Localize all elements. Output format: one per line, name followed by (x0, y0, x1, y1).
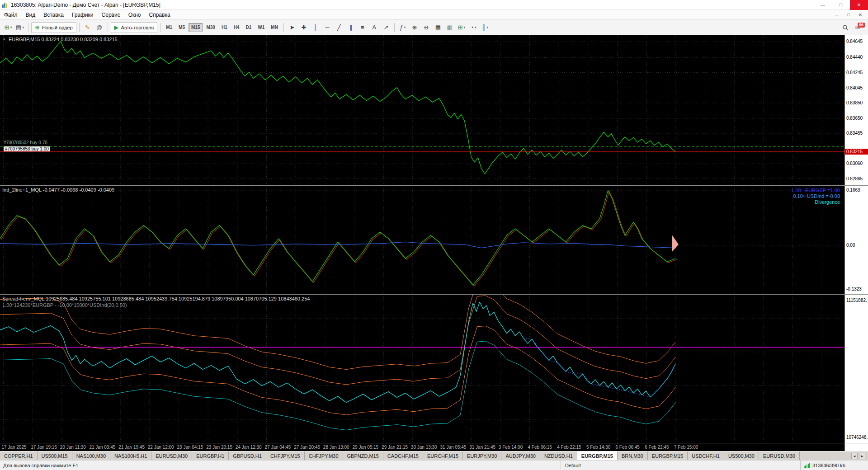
chart-tab[interactable]: COPPER,H1 (0, 451, 38, 460)
equidistant-channel-button[interactable]: ∥ (345, 22, 356, 33)
chart-tab[interactable]: BRN,M30 (618, 451, 648, 460)
spread-panel-canvas[interactable] (0, 295, 844, 443)
cursor-icon: ➤ (289, 24, 294, 30)
indicator-panel-canvas[interactable] (0, 186, 844, 294)
chart-tab[interactable]: EURGBP,H1 (192, 451, 229, 460)
mql5-community-button[interactable]: @ (94, 22, 105, 33)
mdi-close-icon: ✕ (859, 13, 862, 17)
legend-line: Divergence (791, 199, 840, 205)
minimize-button[interactable]: — (814, 0, 832, 10)
cursor-button[interactable]: ➤ (287, 22, 297, 33)
chart-tab[interactable]: CHFJPY,M15 (266, 451, 305, 460)
chart-tab[interactable]: USDCHF,H1 (688, 451, 724, 460)
profiles-icon: ▤ (16, 24, 21, 30)
vertical-line-button[interactable]: │ (310, 22, 321, 33)
trendline-button[interactable]: ╱ (334, 22, 344, 33)
close-button[interactable]: ✕ (850, 0, 868, 10)
price-scale[interactable]: 0.846450.844400.842450.840450.838500.836… (844, 35, 868, 185)
spread-panel: Spread-I-env_MQL 10925685.484 10925755.1… (0, 295, 868, 443)
indicators-button[interactable]: ƒ▾ (397, 22, 408, 33)
indicator-scale[interactable]: 0.16630.00-0.1323 (844, 186, 868, 294)
timeframe-mn-button[interactable]: MN (268, 23, 281, 32)
dropdown-arrow-icon: ▾ (486, 25, 488, 29)
collapse-icon[interactable]: ▼ (2, 38, 6, 42)
metaeditor-button[interactable]: ✎ (82, 22, 93, 33)
indicator-title: Ind_2line+1_MQL -0.0477 -0.0068 -0.0409 … (2, 187, 114, 193)
legend-line: 0.10≈ USDInd =-0.08 (791, 193, 840, 199)
crosshair-button[interactable]: ✚ (298, 22, 309, 33)
menu-item[interactable]: Окно (124, 10, 145, 20)
mdi-close-button[interactable]: ✕ (854, 11, 866, 19)
chart-tab[interactable]: GBPNZD,M15 (343, 451, 383, 460)
mdi-restore-button[interactable]: □ (843, 11, 854, 19)
zoom-out-button[interactable]: ⊖ (421, 22, 432, 33)
mdi-minimize-button[interactable]: — (831, 11, 843, 19)
legend-line: 1.00≈ EURGBP =1.00 (791, 188, 840, 193)
cascade-windows-button[interactable]: ▥ (444, 22, 455, 33)
chart-tab[interactable]: EURGBP,M15 (577, 451, 618, 460)
timeframe-m30-button[interactable]: M30 (203, 23, 217, 32)
current-price-marker: 0.83215 (845, 149, 868, 155)
chart-tab[interactable]: EURJPY,M30 (463, 451, 501, 460)
timeframe-h1-button[interactable]: H1 (219, 23, 230, 32)
tab-scroll-right-button[interactable]: ▸ (859, 453, 865, 459)
arrow-objects-button[interactable]: ↗ (381, 22, 392, 33)
chart-tab[interactable]: CADCHF,M15 (383, 451, 423, 460)
indicator-plot[interactable]: Ind_2line+1_MQL -0.0477 -0.0068 -0.0409 … (0, 186, 844, 294)
price-panel-canvas[interactable] (0, 35, 844, 185)
periods-button[interactable]: ◔▾ (468, 22, 479, 33)
spread-scale[interactable]: 11151882.10746248. (844, 295, 868, 443)
status-profile[interactable]: Default (561, 461, 800, 470)
autotrade-label: Авто-торговля (121, 25, 154, 30)
autotrade-button[interactable]: ▶Авто-торговля (111, 22, 158, 33)
chart-tab[interactable]: EURGBP,M15 (648, 451, 688, 460)
order-label[interactable]: #700795853 buy 1.00 (4, 146, 50, 151)
chart-tab[interactable]: US500,M30 (724, 451, 759, 460)
menu-item[interactable]: Вид (22, 10, 40, 20)
fibonacci-button[interactable]: ≡ (357, 22, 368, 33)
order-label[interactable]: #700780502 buy 0.70 (4, 140, 47, 145)
tile-windows-button[interactable]: ▦ (433, 22, 443, 33)
notifications-button[interactable]: ✉ 56 (851, 22, 864, 33)
toolbar-separator (283, 23, 284, 32)
timeframe-m1-button[interactable]: M1 (163, 23, 175, 32)
zoom-in-button[interactable]: ⊕ (409, 22, 420, 33)
time-label: 28 Jan 13:00 (323, 445, 349, 450)
templates-button[interactable]: ║▾ (480, 22, 491, 33)
timeframe-h4-button[interactable]: H4 (231, 23, 242, 32)
menu-item[interactable]: Вставка (39, 10, 68, 20)
tab-scroll-left-button[interactable]: ◂ (851, 453, 858, 459)
maximize-button[interactable]: □ (832, 0, 850, 10)
menu-item[interactable]: Графики (68, 10, 98, 20)
chart-tab[interactable]: GBPUSD,H1 (229, 451, 266, 460)
menu-item[interactable]: Сервис (98, 10, 124, 20)
new-chart-button[interactable]: ⊞▾ (3, 22, 14, 33)
chart-tab[interactable]: EURUSD,M30 (759, 451, 800, 460)
new-order-button[interactable]: ⊕Новый ордер (31, 22, 76, 33)
time-axis[interactable]: 17 Jan 202517 Jan 19:1520 Jan 11:3021 Ja… (0, 443, 868, 451)
chart-tab[interactable]: NAS100,M30 (72, 451, 110, 460)
timeframe-w1-button[interactable]: W1 (255, 23, 267, 32)
chart-tab[interactable]: CHFJPY,M30 (305, 451, 343, 460)
chart-tab[interactable]: EURUSD,M30 (151, 451, 192, 460)
menu-item[interactable]: Файл (0, 10, 22, 20)
text-tool-button[interactable]: A (369, 22, 380, 33)
scale-label: 0.84645 (846, 39, 863, 44)
application-window: 16303805: Alpari-Demo - Демо Счет - Alpa… (0, 0, 868, 470)
chart-tab[interactable]: NZDUSD,H1 (540, 451, 577, 460)
search-button[interactable] (840, 22, 851, 33)
chart-tab[interactable]: NAS100H5,H1 (110, 451, 151, 460)
horizontal-line-button[interactable]: ─ (322, 22, 333, 33)
price-plot[interactable]: ▼ EURGBP,M15 0.83224 0.83230 0.83209 0.8… (0, 35, 844, 185)
chart-tab[interactable]: AUDJPY,M30 (501, 451, 540, 460)
spread-plot[interactable]: Spread-I-env_MQL 10925685.484 10925755.1… (0, 295, 844, 443)
profiles-button[interactable]: ▤▾ (14, 22, 25, 33)
chart-tab[interactable]: US500,M15 (38, 451, 72, 460)
timeframe-m15-button[interactable]: M15 (189, 23, 203, 32)
menu-item[interactable]: Справка (145, 10, 175, 20)
scale-label: 0.84440 (846, 55, 863, 60)
timeframe-m5-button[interactable]: M5 (176, 23, 188, 32)
add-chart-button[interactable]: ⊞▾ (456, 22, 467, 33)
timeframe-d1-button[interactable]: D1 (243, 23, 255, 32)
chart-tab[interactable]: EURCHF,M15 (423, 451, 463, 460)
